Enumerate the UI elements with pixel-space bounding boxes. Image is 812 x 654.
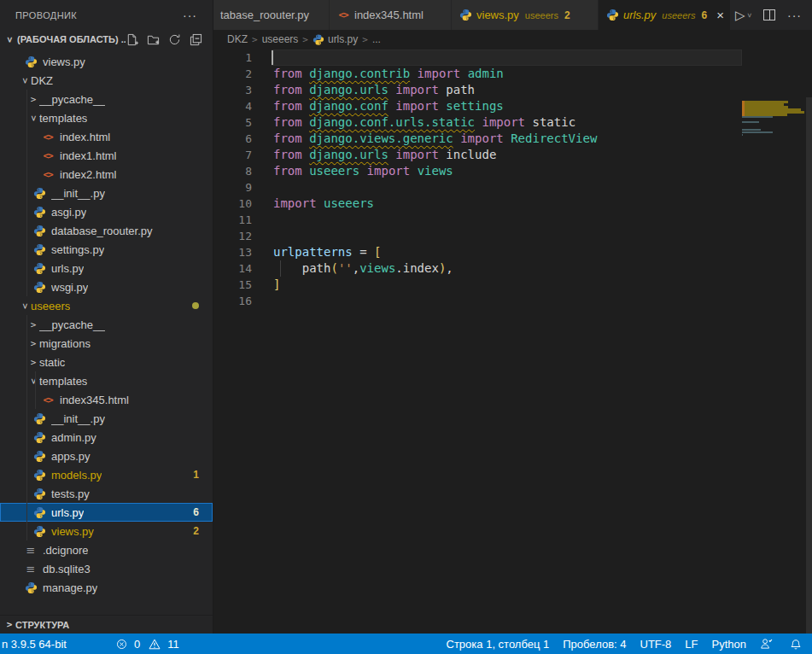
code-line-6[interactable]: from django.views.generic import Redirec… [259, 131, 742, 147]
tree-item-apps-py[interactable]: apps.py [0, 447, 213, 465]
tree-item-label: admin.py [51, 431, 96, 444]
tree-item-manage-py[interactable]: manage.py [0, 578, 213, 597]
tab-index345-html[interactable]: <>index345.html [330, 0, 452, 30]
cursor-position-status[interactable]: Строка 1, столбец 1 [440, 634, 557, 654]
breadcrumb-item[interactable]: ... [372, 33, 381, 45]
tree-item-settings-py[interactable]: settings.py [0, 240, 213, 259]
tree-item--init-py[interactable]: __init__.py [0, 184, 213, 202]
eol-status[interactable]: LF [678, 634, 704, 654]
tab-tabase-roouter-py[interactable]: tabase_roouter.py [213, 0, 330, 30]
code-line-7[interactable]: from django.urls import include [259, 147, 742, 163]
tree-item-urls-py[interactable]: urls.py6 [0, 503, 213, 522]
notifications-bell-icon[interactable] [783, 634, 812, 654]
code-line-14[interactable]: path('',views.index), [259, 260, 742, 277]
tree-item-index345-html[interactable]: <>index345.html [0, 390, 213, 409]
tree-item-label: urls.py [51, 506, 84, 519]
breadcrumb-label: ... [372, 33, 381, 45]
new-folder-icon[interactable] [147, 33, 160, 46]
code-line-9[interactable] [259, 179, 742, 196]
tree-item-index2-html[interactable]: <>index2.html [0, 165, 213, 184]
minimap-line [742, 121, 759, 123]
problems-status[interactable]: 0 11 [109, 634, 186, 654]
python-icon [32, 280, 46, 294]
tree-item-dkz[interactable]: >DKZ [0, 71, 213, 90]
tree-item-models-py[interactable]: models.py1 [0, 465, 213, 484]
tree-item-static[interactable]: >static [0, 353, 213, 371]
new-file-icon[interactable] [126, 33, 138, 46]
code-line-2[interactable]: from django.contrib import admin [259, 66, 742, 82]
language-mode-status[interactable]: Python [705, 634, 753, 654]
tree-item-migrations[interactable]: >migrations [0, 334, 213, 353]
code-line-12[interactable] [259, 228, 742, 244]
code-line-15[interactable]: ] [259, 277, 742, 293]
explorer-more-icon[interactable]: ··· [178, 9, 202, 22]
collapse-all-icon[interactable] [190, 33, 202, 46]
editor-more-actions[interactable]: ··· [787, 9, 802, 22]
tree-item--init-py[interactable]: __init__.py [0, 409, 213, 428]
python-icon [32, 205, 46, 219]
python-icon [32, 412, 46, 425]
refresh-icon[interactable] [168, 33, 181, 46]
tab-views-py[interactable]: views.pyuseeers2 [452, 0, 599, 30]
breadcrumb-item[interactable]: useeers [262, 33, 299, 45]
tree-item-urls-py[interactable]: urls.py [0, 259, 213, 277]
python-version-status[interactable]: n 3.9.5 64-bit [0, 634, 73, 654]
indent-guide [35, 371, 36, 409]
problems-badge: 6 [193, 506, 199, 518]
tree-item-database-roouter-py[interactable]: database_roouter.py [0, 221, 213, 240]
tree-item-wsgi-py[interactable]: wsgi.py [0, 277, 213, 296]
tree-item-asgi-py[interactable]: asgi.py [0, 202, 213, 221]
code-line-4[interactable]: from django.conf import settings [259, 98, 742, 114]
code-line-1[interactable] [259, 50, 742, 66]
minimap-line [742, 134, 743, 136]
workspace-section-header[interactable]: > (РАБОЧАЯ ОБЛАСТЬ) ... [0, 30, 213, 49]
tree-item-index-html[interactable]: <>index.html [0, 127, 213, 146]
code-line-10[interactable]: import useeers [259, 196, 742, 212]
tree-item--pycache-[interactable]: >__pycache__ [0, 90, 213, 108]
breadcrumb-item[interactable]: DKZ [227, 33, 248, 45]
tree-item-admin-py[interactable]: admin.py [0, 428, 213, 447]
indentation-status[interactable]: Пробелов: 4 [556, 634, 633, 654]
run-button[interactable]: ▷> [735, 8, 751, 23]
tree-item-tests-py[interactable]: tests.py [0, 484, 213, 503]
code-line-3[interactable]: from django.urls import path [259, 82, 742, 98]
tree-item-views-py[interactable]: views.py [0, 52, 213, 71]
close-icon[interactable]: × [714, 8, 727, 22]
code-editor[interactable]: 12345678910111213141516 from django.cont… [213, 49, 812, 634]
feedback-icon[interactable] [753, 634, 783, 654]
tab-label: views.py [476, 9, 519, 21]
code-line-8[interactable]: from useeers import views [259, 163, 742, 179]
split-editor-button[interactable] [763, 9, 775, 20]
tree-item--dcignore[interactable]: ≡.dcignore [0, 540, 213, 559]
code-line-5[interactable]: from django.conf.urls.static import stat… [259, 114, 742, 131]
tree-item--pycache-[interactable]: >__pycache__ [0, 315, 213, 334]
chevron-right-icon: > [27, 357, 39, 368]
scrollbar[interactable] [806, 97, 812, 634]
tree-item-label: DKZ [31, 74, 53, 87]
code-line-11[interactable] [259, 212, 742, 228]
tree-item-templates[interactable]: >templates [0, 108, 213, 127]
tree-item-label: tests.py [51, 488, 90, 500]
chevron-right-icon: > [27, 338, 39, 349]
file-tree: views.py>DKZ>__pycache__>templates<>inde… [0, 49, 213, 615]
tree-item-index1-html[interactable]: <>index1.html [0, 146, 213, 165]
tab-urls-py[interactable]: urls.pyuseeers6× [599, 0, 731, 30]
code-line-16[interactable] [259, 293, 742, 309]
code-content[interactable]: from django.contrib import adminfrom dja… [259, 50, 742, 309]
code-line-13[interactable]: urlpatterns = [ [259, 244, 742, 260]
chevron-down-icon: > [20, 300, 31, 312]
problems-badge: 2 [193, 525, 199, 537]
tree-item-useeers[interactable]: >useeers [0, 296, 213, 315]
encoding-status[interactable]: UTF-8 [634, 634, 679, 654]
outline-section-header[interactable]: > СТРУКТУРА [0, 615, 213, 634]
breadcrumb: DKZ>useeers>urls.py>... [213, 30, 812, 49]
minimap[interactable] [742, 97, 805, 634]
split-editor-icon [763, 9, 775, 20]
breadcrumb-item[interactable]: urls.py [313, 33, 358, 45]
tree-item-views-py[interactable]: views.py2 [0, 522, 213, 540]
file-icon: ≡ [24, 562, 38, 575]
python-icon [32, 430, 46, 444]
python-icon [32, 468, 46, 482]
tree-item-templates[interactable]: >templates [0, 371, 213, 390]
tree-item-db-sqlite3[interactable]: ≡db.sqlite3 [0, 559, 213, 578]
